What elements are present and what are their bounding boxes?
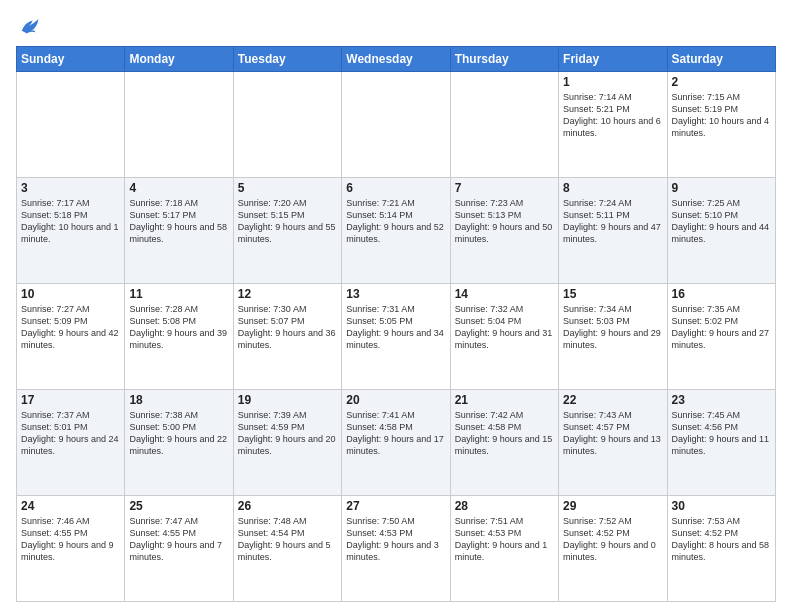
day-number: 13	[346, 287, 445, 301]
calendar-cell: 11Sunrise: 7:28 AM Sunset: 5:08 PM Dayli…	[125, 284, 233, 390]
calendar-table: SundayMondayTuesdayWednesdayThursdayFrid…	[16, 46, 776, 602]
calendar-cell: 14Sunrise: 7:32 AM Sunset: 5:04 PM Dayli…	[450, 284, 558, 390]
day-info: Sunrise: 7:23 AM Sunset: 5:13 PM Dayligh…	[455, 197, 554, 246]
day-number: 17	[21, 393, 120, 407]
calendar-cell: 13Sunrise: 7:31 AM Sunset: 5:05 PM Dayli…	[342, 284, 450, 390]
day-number: 16	[672, 287, 771, 301]
day-number: 12	[238, 287, 337, 301]
day-info: Sunrise: 7:24 AM Sunset: 5:11 PM Dayligh…	[563, 197, 662, 246]
day-info: Sunrise: 7:43 AM Sunset: 4:57 PM Dayligh…	[563, 409, 662, 458]
day-number: 20	[346, 393, 445, 407]
day-info: Sunrise: 7:27 AM Sunset: 5:09 PM Dayligh…	[21, 303, 120, 352]
day-info: Sunrise: 7:39 AM Sunset: 4:59 PM Dayligh…	[238, 409, 337, 458]
day-number: 9	[672, 181, 771, 195]
page: SundayMondayTuesdayWednesdayThursdayFrid…	[0, 0, 792, 612]
calendar-cell: 27Sunrise: 7:50 AM Sunset: 4:53 PM Dayli…	[342, 496, 450, 602]
day-info: Sunrise: 7:37 AM Sunset: 5:01 PM Dayligh…	[21, 409, 120, 458]
calendar-cell: 10Sunrise: 7:27 AM Sunset: 5:09 PM Dayli…	[17, 284, 125, 390]
calendar-cell	[17, 72, 125, 178]
calendar-cell: 9Sunrise: 7:25 AM Sunset: 5:10 PM Daylig…	[667, 178, 775, 284]
calendar-cell: 21Sunrise: 7:42 AM Sunset: 4:58 PM Dayli…	[450, 390, 558, 496]
day-info: Sunrise: 7:51 AM Sunset: 4:53 PM Dayligh…	[455, 515, 554, 564]
day-number: 10	[21, 287, 120, 301]
day-number: 5	[238, 181, 337, 195]
day-number: 21	[455, 393, 554, 407]
day-header-tuesday: Tuesday	[233, 47, 341, 72]
calendar-cell: 25Sunrise: 7:47 AM Sunset: 4:55 PM Dayli…	[125, 496, 233, 602]
calendar-cell: 17Sunrise: 7:37 AM Sunset: 5:01 PM Dayli…	[17, 390, 125, 496]
day-number: 29	[563, 499, 662, 513]
day-header-monday: Monday	[125, 47, 233, 72]
calendar-cell: 6Sunrise: 7:21 AM Sunset: 5:14 PM Daylig…	[342, 178, 450, 284]
day-info: Sunrise: 7:18 AM Sunset: 5:17 PM Dayligh…	[129, 197, 228, 246]
day-info: Sunrise: 7:15 AM Sunset: 5:19 PM Dayligh…	[672, 91, 771, 140]
calendar-cell: 12Sunrise: 7:30 AM Sunset: 5:07 PM Dayli…	[233, 284, 341, 390]
day-number: 19	[238, 393, 337, 407]
day-info: Sunrise: 7:35 AM Sunset: 5:02 PM Dayligh…	[672, 303, 771, 352]
calendar-week-0: 1Sunrise: 7:14 AM Sunset: 5:21 PM Daylig…	[17, 72, 776, 178]
day-info: Sunrise: 7:46 AM Sunset: 4:55 PM Dayligh…	[21, 515, 120, 564]
calendar-cell: 26Sunrise: 7:48 AM Sunset: 4:54 PM Dayli…	[233, 496, 341, 602]
calendar-cell	[125, 72, 233, 178]
day-info: Sunrise: 7:41 AM Sunset: 4:58 PM Dayligh…	[346, 409, 445, 458]
day-header-wednesday: Wednesday	[342, 47, 450, 72]
day-info: Sunrise: 7:47 AM Sunset: 4:55 PM Dayligh…	[129, 515, 228, 564]
day-number: 26	[238, 499, 337, 513]
day-info: Sunrise: 7:25 AM Sunset: 5:10 PM Dayligh…	[672, 197, 771, 246]
day-info: Sunrise: 7:45 AM Sunset: 4:56 PM Dayligh…	[672, 409, 771, 458]
calendar-week-4: 24Sunrise: 7:46 AM Sunset: 4:55 PM Dayli…	[17, 496, 776, 602]
calendar-cell	[450, 72, 558, 178]
calendar-week-1: 3Sunrise: 7:17 AM Sunset: 5:18 PM Daylig…	[17, 178, 776, 284]
day-info: Sunrise: 7:31 AM Sunset: 5:05 PM Dayligh…	[346, 303, 445, 352]
day-number: 6	[346, 181, 445, 195]
day-number: 2	[672, 75, 771, 89]
calendar-cell: 18Sunrise: 7:38 AM Sunset: 5:00 PM Dayli…	[125, 390, 233, 496]
day-number: 23	[672, 393, 771, 407]
day-header-friday: Friday	[559, 47, 667, 72]
logo-bird-icon	[18, 16, 40, 38]
calendar-cell: 4Sunrise: 7:18 AM Sunset: 5:17 PM Daylig…	[125, 178, 233, 284]
day-number: 14	[455, 287, 554, 301]
day-number: 30	[672, 499, 771, 513]
day-header-thursday: Thursday	[450, 47, 558, 72]
calendar-header-row: SundayMondayTuesdayWednesdayThursdayFrid…	[17, 47, 776, 72]
logo	[16, 16, 40, 38]
day-number: 8	[563, 181, 662, 195]
day-header-sunday: Sunday	[17, 47, 125, 72]
header	[16, 16, 776, 38]
day-info: Sunrise: 7:20 AM Sunset: 5:15 PM Dayligh…	[238, 197, 337, 246]
calendar-cell: 7Sunrise: 7:23 AM Sunset: 5:13 PM Daylig…	[450, 178, 558, 284]
calendar-cell: 3Sunrise: 7:17 AM Sunset: 5:18 PM Daylig…	[17, 178, 125, 284]
day-info: Sunrise: 7:42 AM Sunset: 4:58 PM Dayligh…	[455, 409, 554, 458]
calendar-cell: 28Sunrise: 7:51 AM Sunset: 4:53 PM Dayli…	[450, 496, 558, 602]
day-number: 7	[455, 181, 554, 195]
day-info: Sunrise: 7:48 AM Sunset: 4:54 PM Dayligh…	[238, 515, 337, 564]
calendar-cell: 30Sunrise: 7:53 AM Sunset: 4:52 PM Dayli…	[667, 496, 775, 602]
calendar-cell: 5Sunrise: 7:20 AM Sunset: 5:15 PM Daylig…	[233, 178, 341, 284]
calendar-cell: 24Sunrise: 7:46 AM Sunset: 4:55 PM Dayli…	[17, 496, 125, 602]
day-info: Sunrise: 7:34 AM Sunset: 5:03 PM Dayligh…	[563, 303, 662, 352]
day-number: 1	[563, 75, 662, 89]
day-number: 3	[21, 181, 120, 195]
calendar-week-3: 17Sunrise: 7:37 AM Sunset: 5:01 PM Dayli…	[17, 390, 776, 496]
calendar-cell: 23Sunrise: 7:45 AM Sunset: 4:56 PM Dayli…	[667, 390, 775, 496]
day-number: 18	[129, 393, 228, 407]
calendar-cell	[233, 72, 341, 178]
calendar-cell: 2Sunrise: 7:15 AM Sunset: 5:19 PM Daylig…	[667, 72, 775, 178]
calendar-cell	[342, 72, 450, 178]
calendar-cell: 8Sunrise: 7:24 AM Sunset: 5:11 PM Daylig…	[559, 178, 667, 284]
calendar-cell: 19Sunrise: 7:39 AM Sunset: 4:59 PM Dayli…	[233, 390, 341, 496]
calendar-cell: 16Sunrise: 7:35 AM Sunset: 5:02 PM Dayli…	[667, 284, 775, 390]
calendar-cell: 29Sunrise: 7:52 AM Sunset: 4:52 PM Dayli…	[559, 496, 667, 602]
day-number: 25	[129, 499, 228, 513]
calendar-cell: 22Sunrise: 7:43 AM Sunset: 4:57 PM Dayli…	[559, 390, 667, 496]
day-number: 11	[129, 287, 228, 301]
calendar-cell: 20Sunrise: 7:41 AM Sunset: 4:58 PM Dayli…	[342, 390, 450, 496]
day-number: 28	[455, 499, 554, 513]
day-number: 15	[563, 287, 662, 301]
day-info: Sunrise: 7:53 AM Sunset: 4:52 PM Dayligh…	[672, 515, 771, 564]
day-number: 24	[21, 499, 120, 513]
day-info: Sunrise: 7:28 AM Sunset: 5:08 PM Dayligh…	[129, 303, 228, 352]
calendar-cell: 1Sunrise: 7:14 AM Sunset: 5:21 PM Daylig…	[559, 72, 667, 178]
day-number: 27	[346, 499, 445, 513]
